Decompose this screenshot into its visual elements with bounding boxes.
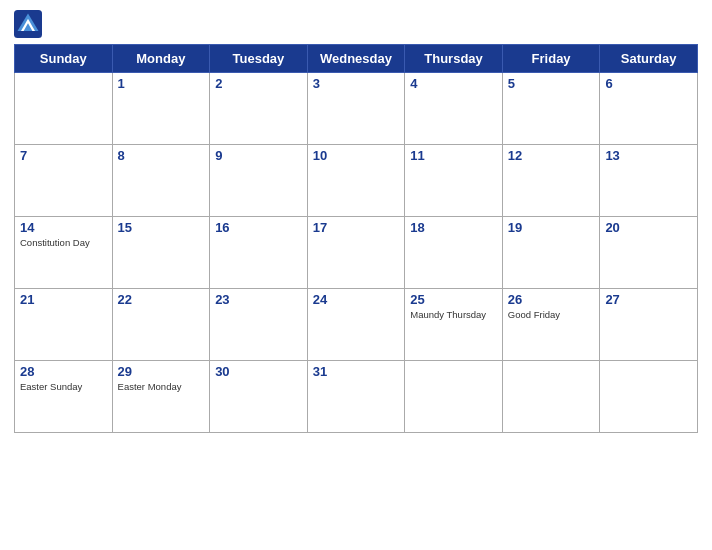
calendar-cell: 24 (307, 289, 405, 361)
day-number: 20 (605, 220, 692, 235)
calendar-cell: 21 (15, 289, 113, 361)
day-header-thursday: Thursday (405, 45, 503, 73)
day-number: 8 (118, 148, 205, 163)
calendar-cell (405, 361, 503, 433)
calendar-cell (502, 361, 600, 433)
day-number: 2 (215, 76, 302, 91)
day-number: 30 (215, 364, 302, 379)
calendar-cell (15, 73, 113, 145)
calendar-cell: 13 (600, 145, 698, 217)
day-number: 13 (605, 148, 692, 163)
calendar-cell: 22 (112, 289, 210, 361)
calendar-cell: 30 (210, 361, 308, 433)
calendar-cell: 18 (405, 217, 503, 289)
calendar-week-2: 78910111213 (15, 145, 698, 217)
calendar-cell: 23 (210, 289, 308, 361)
day-number: 23 (215, 292, 302, 307)
calendar-cell: 27 (600, 289, 698, 361)
calendar-cell: 20 (600, 217, 698, 289)
calendar-week-1: 123456 (15, 73, 698, 145)
day-number: 3 (313, 76, 400, 91)
day-number: 14 (20, 220, 107, 235)
holiday-label: Constitution Day (20, 237, 107, 249)
day-number: 19 (508, 220, 595, 235)
day-number: 5 (508, 76, 595, 91)
calendar-cell: 29Easter Monday (112, 361, 210, 433)
day-number: 1 (118, 76, 205, 91)
day-header-saturday: Saturday (600, 45, 698, 73)
day-number: 4 (410, 76, 497, 91)
logo (14, 10, 46, 38)
day-number: 24 (313, 292, 400, 307)
day-header-wednesday: Wednesday (307, 45, 405, 73)
day-number: 26 (508, 292, 595, 307)
page-header (14, 10, 698, 38)
calendar-header-row: SundayMondayTuesdayWednesdayThursdayFrid… (15, 45, 698, 73)
day-number: 10 (313, 148, 400, 163)
day-number: 28 (20, 364, 107, 379)
holiday-label: Easter Sunday (20, 381, 107, 393)
calendar-cell: 3 (307, 73, 405, 145)
calendar-table: SundayMondayTuesdayWednesdayThursdayFrid… (14, 44, 698, 433)
calendar-cell: 1 (112, 73, 210, 145)
day-number: 17 (313, 220, 400, 235)
holiday-label: Maundy Thursday (410, 309, 497, 321)
calendar-cell: 10 (307, 145, 405, 217)
calendar-cell (600, 361, 698, 433)
day-number: 21 (20, 292, 107, 307)
calendar-cell: 26Good Friday (502, 289, 600, 361)
calendar-cell: 15 (112, 217, 210, 289)
calendar-cell: 16 (210, 217, 308, 289)
calendar-cell: 31 (307, 361, 405, 433)
day-number: 27 (605, 292, 692, 307)
day-number: 29 (118, 364, 205, 379)
day-number: 15 (118, 220, 205, 235)
day-header-friday: Friday (502, 45, 600, 73)
calendar-week-3: 14Constitution Day151617181920 (15, 217, 698, 289)
calendar-cell: 19 (502, 217, 600, 289)
calendar-page: SundayMondayTuesdayWednesdayThursdayFrid… (0, 0, 712, 550)
day-header-sunday: Sunday (15, 45, 113, 73)
calendar-cell: 25Maundy Thursday (405, 289, 503, 361)
day-number: 22 (118, 292, 205, 307)
calendar-cell: 12 (502, 145, 600, 217)
calendar-week-4: 2122232425Maundy Thursday26Good Friday27 (15, 289, 698, 361)
calendar-cell: 4 (405, 73, 503, 145)
day-header-monday: Monday (112, 45, 210, 73)
calendar-cell: 17 (307, 217, 405, 289)
holiday-label: Easter Monday (118, 381, 205, 393)
calendar-cell: 11 (405, 145, 503, 217)
day-number: 9 (215, 148, 302, 163)
day-header-tuesday: Tuesday (210, 45, 308, 73)
day-number: 11 (410, 148, 497, 163)
calendar-week-5: 28Easter Sunday29Easter Monday3031 (15, 361, 698, 433)
holiday-label: Good Friday (508, 309, 595, 321)
calendar-cell: 8 (112, 145, 210, 217)
calendar-cell: 9 (210, 145, 308, 217)
calendar-cell: 5 (502, 73, 600, 145)
day-number: 16 (215, 220, 302, 235)
day-number: 12 (508, 148, 595, 163)
day-number: 18 (410, 220, 497, 235)
calendar-cell: 14Constitution Day (15, 217, 113, 289)
day-number: 7 (20, 148, 107, 163)
day-number: 31 (313, 364, 400, 379)
calendar-cell: 7 (15, 145, 113, 217)
calendar-cell: 28Easter Sunday (15, 361, 113, 433)
calendar-cell: 6 (600, 73, 698, 145)
day-number: 25 (410, 292, 497, 307)
calendar-cell: 2 (210, 73, 308, 145)
day-number: 6 (605, 76, 692, 91)
logo-icon (14, 10, 42, 38)
